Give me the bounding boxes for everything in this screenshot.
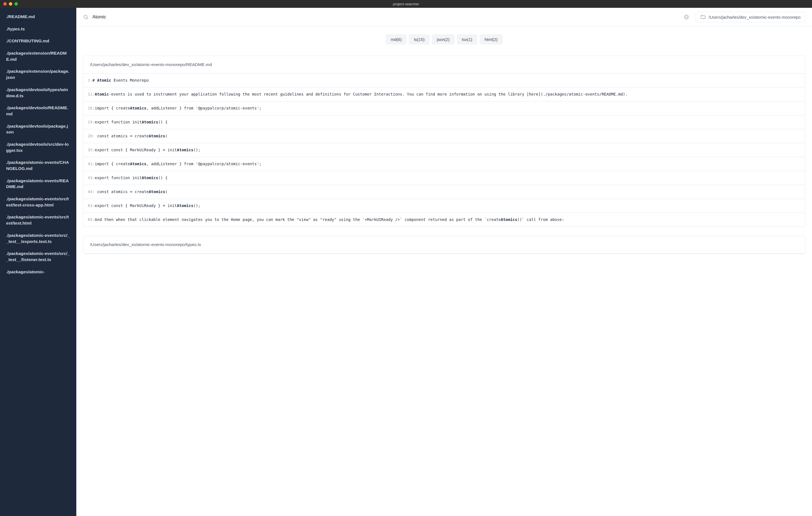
line-text-post: (); bbox=[193, 203, 200, 208]
sidebar-item[interactable]: ./packages/atomic-events/src/test/test.h… bbox=[0, 211, 76, 229]
result-line[interactable]: 20: const atomics = createAtomics( bbox=[83, 129, 805, 143]
search-icon bbox=[83, 14, 89, 20]
sidebar-item[interactable]: ./types.ts bbox=[0, 23, 76, 35]
sidebar-item[interactable]: ./packages/devtools/package.json bbox=[0, 120, 76, 138]
search-input[interactable] bbox=[92, 15, 680, 20]
sidebar-item[interactable]: ./packages/atomic-events/src/__test__/li… bbox=[0, 247, 76, 266]
line-text-pre: const atomics = create bbox=[95, 189, 149, 194]
result-line[interactable]: 63:export const { MarkUiReady } = initAt… bbox=[83, 199, 805, 213]
sidebar: ./README.md./types.ts./CONTRIBUTING.md./… bbox=[0, 8, 76, 516]
line-text-pre: export function init bbox=[95, 175, 142, 180]
line-text-post: , addListener } from '@paypalcorp/atomic… bbox=[146, 162, 261, 166]
result-line[interactable]: 35:export const { MarkUiReady } = initAt… bbox=[83, 143, 805, 157]
content-scroll: md(6)ts(15)json(2)tsx(1)html(2) /Users/j… bbox=[76, 26, 812, 516]
line-text-post: (); bbox=[193, 148, 200, 152]
result-file-path[interactable]: /Users/jacharles/dev_xo/atomic-events-mo… bbox=[83, 56, 805, 74]
sidebar-item[interactable]: ./packages/extension/package.json bbox=[0, 65, 76, 83]
line-text-post: ( bbox=[165, 189, 167, 194]
sidebar-item[interactable]: ./packages/devtools/types/window.d.ts bbox=[0, 84, 76, 102]
filter-pill[interactable]: json(2) bbox=[432, 34, 455, 45]
line-number: 43: bbox=[88, 175, 95, 180]
line-number: 20: bbox=[88, 134, 95, 138]
window-titlebar: project-searcher bbox=[0, 0, 812, 8]
match-highlight: Atomics bbox=[177, 203, 193, 208]
sidebar-item[interactable]: ./packages/devtools/src/dev-logger.tsx bbox=[0, 138, 76, 156]
clear-search-button[interactable] bbox=[684, 15, 689, 20]
sidebar-item[interactable]: ./README.md bbox=[0, 10, 76, 23]
result-line[interactable]: 44: const atomics = createAtomics( bbox=[83, 185, 805, 199]
line-number: 63: bbox=[88, 203, 95, 208]
result-line[interactable]: 41:import { createAtomics, addListener }… bbox=[83, 157, 805, 171]
traffic-lights bbox=[3, 2, 18, 6]
folder-path-text: /Users/jacharles/dev_xo/atomic-events-mo… bbox=[709, 15, 801, 20]
app-root: project-searcher ./README.md./types.ts./… bbox=[0, 0, 812, 516]
line-text-pre: And then when that clickable element nav… bbox=[95, 217, 501, 222]
line-text-post: ( bbox=[165, 134, 167, 138]
match-highlight: Atomics bbox=[130, 162, 146, 166]
filter-pill[interactable]: html(2) bbox=[480, 34, 503, 45]
line-number: 19: bbox=[88, 120, 95, 124]
line-number: 16: bbox=[88, 106, 95, 110]
close-icon bbox=[685, 16, 688, 18]
search-row: /Users/jacharles/dev_xo/atomic-events-mo… bbox=[76, 8, 812, 26]
filter-pill[interactable]: tsx(1) bbox=[457, 34, 477, 45]
sidebar-item[interactable]: ./packages/atomic-events/CHANGELOG.md bbox=[0, 156, 76, 174]
line-text-pre: export function init bbox=[95, 120, 142, 124]
line-number: 11: bbox=[88, 92, 95, 97]
result-line[interactable]: 11:Atomic-events is used to instrument y… bbox=[83, 87, 805, 102]
sidebar-item[interactable]: ./packages/atomic-events/src/__test__/ex… bbox=[0, 229, 76, 247]
match-highlight: Atomic bbox=[97, 78, 111, 82]
result-card: /Users/jacharles/dev_xo/atomic-events-mo… bbox=[83, 56, 805, 227]
line-text-pre: import { create bbox=[95, 106, 130, 110]
match-highlight: Atomics bbox=[177, 148, 193, 152]
result-card: /Users/jacharles/dev_xo/atomic-events-mo… bbox=[83, 236, 805, 254]
sidebar-item[interactable]: ./packages/devtools/README.md bbox=[0, 102, 76, 120]
sidebar-item[interactable]: ./packages/atomic-events/README.md bbox=[0, 175, 76, 193]
sidebar-item[interactable]: ./packages/atomic-events/src/test/test-c… bbox=[0, 193, 76, 211]
match-highlight: Atomics bbox=[142, 120, 158, 124]
main-panel: /Users/jacharles/dev_xo/atomic-events-mo… bbox=[76, 8, 812, 516]
line-text-post: () { bbox=[158, 175, 168, 180]
line-number: 85: bbox=[88, 217, 95, 222]
line-text-pre: export const { MarkUiReady } = init bbox=[95, 148, 177, 152]
sidebar-item[interactable]: ./packages/atomic- bbox=[0, 266, 76, 278]
result-line[interactable]: 1:# Atomic Events Monorepo bbox=[83, 74, 805, 87]
filter-pill[interactable]: ts(15) bbox=[409, 34, 429, 45]
close-window-button[interactable] bbox=[3, 2, 7, 6]
result-line[interactable]: 16:import { createAtomics, addListener }… bbox=[83, 102, 805, 115]
line-number: 35: bbox=[88, 148, 95, 152]
minimize-window-button[interactable] bbox=[9, 2, 12, 6]
line-text-post: ()` call from above: bbox=[517, 217, 564, 222]
filter-pill[interactable]: md(6) bbox=[386, 34, 407, 45]
line-text-post: , addListener } from '@paypalcorp/atomic… bbox=[146, 106, 261, 110]
window-title: project-searcher bbox=[393, 2, 419, 6]
line-number: 44: bbox=[88, 189, 95, 194]
match-highlight: Atomics bbox=[130, 106, 146, 110]
match-highlight: Atomics bbox=[501, 217, 517, 222]
folder-icon bbox=[700, 14, 706, 20]
search-box bbox=[83, 14, 691, 20]
match-highlight: Atomics bbox=[149, 134, 165, 138]
line-text-pre: # bbox=[92, 78, 97, 82]
maximize-window-button[interactable] bbox=[14, 2, 18, 6]
line-text-pre: import { create bbox=[95, 162, 130, 166]
result-line[interactable]: 19:export function initAtomics() { bbox=[83, 115, 805, 129]
svg-line-1 bbox=[87, 18, 88, 19]
line-text-post: () { bbox=[158, 120, 168, 124]
result-line[interactable]: 43:export function initAtomics() { bbox=[83, 171, 805, 185]
line-text-pre: const atomics = create bbox=[95, 134, 149, 138]
app-body: ./README.md./types.ts./CONTRIBUTING.md./… bbox=[0, 8, 812, 516]
line-number: 1: bbox=[88, 78, 92, 82]
line-text-post: -events is used to instrument your appli… bbox=[109, 92, 628, 97]
match-highlight: Atomics bbox=[149, 189, 165, 194]
result-line[interactable]: 85:And then when that clickable element … bbox=[83, 213, 805, 226]
folder-path-box[interactable]: /Users/jacharles/dev_xo/atomic-events-mo… bbox=[696, 12, 805, 22]
sidebar-item[interactable]: ./CONTRIBUTING.md bbox=[0, 35, 76, 47]
match-highlight: Atomic bbox=[95, 92, 109, 97]
results-container: /Users/jacharles/dev_xo/atomic-events-mo… bbox=[83, 56, 805, 254]
result-file-path[interactable]: /Users/jacharles/dev_xo/atomic-events-mo… bbox=[83, 236, 805, 253]
line-text-post: Events Monorepo bbox=[111, 78, 149, 82]
line-number: 41: bbox=[88, 162, 95, 166]
filter-pills: md(6)ts(15)json(2)tsx(1)html(2) bbox=[83, 34, 805, 45]
sidebar-item[interactable]: ./packages/extension/README.md bbox=[0, 47, 76, 65]
